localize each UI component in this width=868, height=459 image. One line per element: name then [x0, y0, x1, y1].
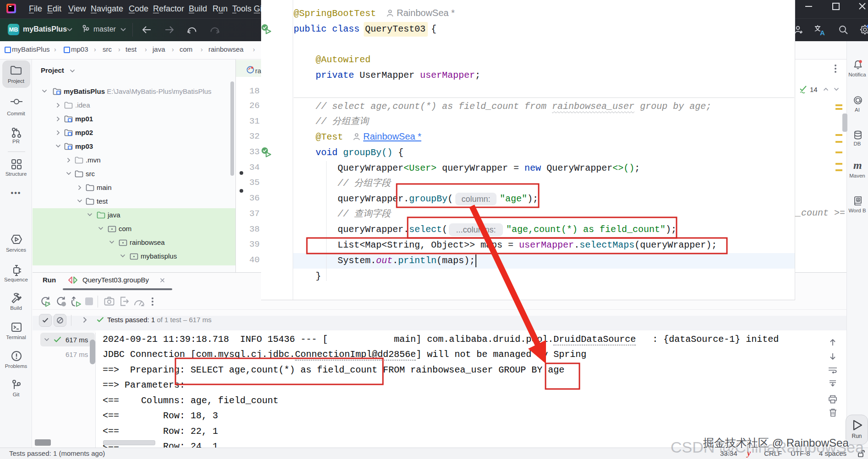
svg-text:A: A	[820, 29, 825, 36]
